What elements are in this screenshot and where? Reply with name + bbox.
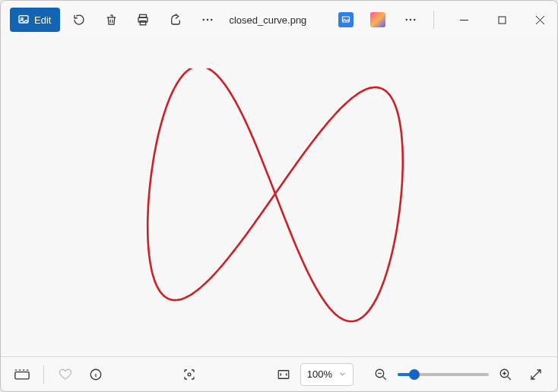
filmstrip-icon	[14, 368, 30, 381]
close-icon	[536, 16, 544, 24]
svg-point-11	[414, 19, 415, 21]
zoom-in-button[interactable]	[492, 361, 519, 388]
fit-icon	[277, 368, 290, 381]
more-button-1[interactable]	[194, 5, 221, 34]
svg-rect-16	[278, 370, 289, 378]
photos-window: Edit	[0, 0, 558, 392]
zoom-out-button[interactable]	[367, 361, 395, 388]
edit-button-label: Edit	[34, 14, 51, 26]
info-icon	[89, 368, 103, 381]
zoom-out-icon	[374, 368, 388, 381]
rotate-button[interactable]	[65, 5, 92, 34]
zoom-dropdown[interactable]: 100%	[300, 363, 354, 386]
svg-point-7	[211, 19, 212, 21]
fullscreen-icon	[529, 368, 543, 381]
svg-point-6	[207, 19, 208, 21]
more-button-2[interactable]	[396, 5, 423, 34]
minimize-button[interactable]	[448, 1, 481, 39]
share-icon	[169, 13, 182, 27]
edit-with-designer-button[interactable]	[364, 5, 392, 34]
svg-point-5	[203, 19, 204, 21]
more-icon	[404, 13, 417, 27]
maximize-icon	[498, 16, 506, 24]
closed-curve-image	[142, 68, 416, 327]
maximize-button[interactable]	[486, 1, 519, 39]
edit-button[interactable]: Edit	[10, 8, 60, 32]
filmstrip-button[interactable]	[8, 361, 36, 388]
info-button[interactable]	[82, 361, 109, 388]
svg-point-15	[189, 373, 192, 376]
photos-app-icon	[338, 12, 354, 27]
zoom-slider-thumb[interactable]	[409, 369, 420, 380]
edit-with-photos-button[interactable]	[332, 5, 360, 34]
svg-point-9	[405, 19, 407, 21]
favorite-button[interactable]	[52, 361, 79, 388]
minimize-icon	[460, 16, 468, 24]
zoom-level-label: 100%	[307, 368, 332, 380]
bottom-sep-1	[43, 365, 44, 384]
svg-rect-4	[141, 21, 147, 25]
top-toolbar: Edit	[1, 1, 557, 39]
delete-button[interactable]	[97, 5, 125, 34]
detect-button[interactable]	[176, 361, 203, 388]
close-button[interactable]	[524, 1, 557, 39]
svg-rect-12	[499, 17, 506, 24]
zoom-slider[interactable]	[398, 367, 489, 382]
fullscreen-button[interactable]	[522, 361, 550, 388]
share-button[interactable]	[162, 5, 189, 34]
fit-to-window-button[interactable]	[270, 361, 297, 388]
svg-rect-13	[15, 371, 29, 378]
bottom-toolbar: 100%	[1, 356, 557, 391]
detect-icon	[182, 368, 196, 381]
print-button[interactable]	[129, 5, 157, 34]
zoom-in-icon	[499, 368, 512, 381]
rotate-icon	[72, 13, 86, 27]
designer-icon	[370, 12, 385, 27]
edit-icon	[17, 14, 30, 26]
filename-label: closed_curve.png	[229, 14, 306, 26]
toolbar-separator	[433, 11, 434, 29]
svg-rect-8	[342, 17, 349, 22]
delete-icon	[105, 14, 118, 27]
heart-icon	[59, 368, 72, 381]
more-icon	[201, 13, 214, 27]
svg-point-10	[409, 19, 411, 21]
image-canvas[interactable]	[1, 39, 557, 356]
print-icon	[136, 13, 150, 27]
chevron-down-icon	[338, 370, 347, 378]
